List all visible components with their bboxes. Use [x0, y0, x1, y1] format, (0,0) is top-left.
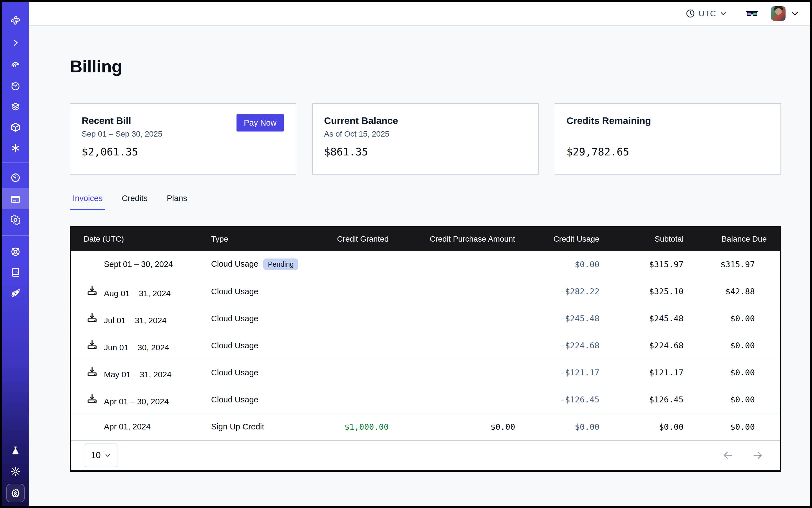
billing-icon[interactable] [10, 194, 21, 205]
invoice-date: Apr 01 – 30, 2024 [104, 397, 169, 406]
sidebar-divider [2, 163, 29, 163]
credit-granted-cell [332, 359, 402, 386]
sidebar [2, 2, 29, 506]
date-cell: Apr 01 – 30, 2024 [71, 386, 211, 413]
theater-glasses-button[interactable] [745, 9, 759, 18]
type-cell: Cloud Usage [211, 386, 332, 413]
billing-tabs: Invoices Credits Plans [70, 194, 781, 210]
launch-rocket-icon[interactable] [10, 287, 21, 298]
subtotal-cell: $315.97 [613, 251, 697, 278]
app-logo[interactable] [10, 15, 21, 26]
layers-icon[interactable] [10, 101, 21, 112]
invoice-date: Aug 01 – 31, 2024 [104, 289, 171, 298]
credit-purchase-cell [402, 251, 529, 278]
invoice-type: Cloud Usage [211, 287, 258, 296]
invoice-date: May 01 – 31, 2024 [104, 370, 171, 379]
credit-usage-cell: -$126.45 [529, 386, 613, 413]
prev-page-button[interactable] [722, 449, 734, 462]
download-invoice-icon[interactable] [86, 366, 98, 377]
credit-granted-cell [332, 386, 402, 413]
pay-now-button[interactable]: Pay Now [237, 114, 284, 131]
balance-due-cell: $315.97 [697, 251, 780, 278]
theme-sun-icon[interactable] [10, 466, 21, 477]
download-invoice-icon[interactable] [86, 393, 98, 405]
type-cell: Cloud Usage [211, 278, 332, 305]
chevron-down-icon [104, 452, 111, 459]
tab-invoices[interactable]: Invoices [70, 194, 105, 210]
type-cell: Sign Up Credit [211, 413, 332, 440]
invoice-row: Jun 01 – 30, 2024Cloud Usage-$224.68$224… [71, 332, 780, 359]
invoice-row: Apr 01 – 30, 2024Cloud Usage-$126.45$126… [71, 386, 780, 413]
credit-purchase-cell [402, 386, 529, 413]
invoice-type: Cloud Usage [211, 368, 258, 377]
credits-dollar-button[interactable] [6, 484, 25, 502]
next-page-button[interactable] [752, 449, 764, 462]
credit-granted-cell [332, 278, 402, 305]
credit-usage-cell: -$245.48 [529, 305, 613, 332]
sidebar-expand-chevron-icon[interactable] [10, 37, 21, 48]
app-window: UTC Billing [0, 0, 812, 508]
date-cell: Aug 01 – 31, 2024 [71, 278, 211, 305]
avatar[interactable] [771, 6, 785, 21]
page-size-value: 10 [91, 450, 100, 460]
subtotal-cell: $121.17 [613, 359, 697, 386]
invoice-date: Jul 01 – 31, 2024 [104, 316, 167, 325]
page-size-select[interactable]: 10 [85, 443, 117, 467]
usage-gauge-icon[interactable] [10, 172, 21, 183]
col-credit-usage: Credit Usage [529, 227, 613, 251]
invoice-type: Cloud Usage [211, 259, 258, 268]
tab-plans[interactable]: Plans [164, 194, 190, 210]
balance-due-cell: $0.00 [697, 359, 780, 386]
balance-due-cell: $42.88 [697, 278, 780, 305]
recent-bill-amount: $2,061.35 [82, 146, 284, 158]
pending-badge: Pending [263, 258, 298, 270]
docs-book-icon[interactable] [10, 266, 21, 278]
observability-icon[interactable] [10, 60, 21, 71]
col-date: Date (UTC) [71, 227, 211, 251]
col-type: Type [211, 227, 332, 251]
timezone-selector[interactable]: UTC [686, 9, 727, 18]
download-invoice-icon[interactable] [86, 312, 98, 323]
date-cell: Jun 01 – 30, 2024 [71, 332, 211, 359]
support-lifebuoy-icon[interactable] [10, 246, 21, 257]
functions-asterisk-icon[interactable] [10, 142, 21, 154]
clock-icon [686, 9, 695, 18]
invoice-date: Apr 01, 2024 [104, 422, 151, 431]
billing-summary-cards: Recent Bill Sep 01 – Sep 30, 2025 $2,061… [70, 103, 781, 175]
type-cell: Cloud UsagePending [211, 251, 332, 278]
download-invoice-icon[interactable] [86, 285, 98, 296]
type-cell: Cloud Usage [211, 332, 332, 359]
history-icon[interactable] [10, 81, 21, 92]
timezone-label: UTC [698, 9, 716, 18]
subtotal-cell: $126.45 [613, 386, 697, 413]
subtotal-cell: $224.68 [613, 332, 697, 359]
col-balance-due: Balance Due [697, 227, 780, 251]
balance-due-cell: $0.00 [697, 386, 780, 413]
col-credit-granted: Credit Granted [332, 227, 402, 251]
card-title: Current Balance [324, 115, 527, 126]
container-cube-icon[interactable] [10, 122, 21, 133]
type-cell: Cloud Usage [211, 305, 332, 332]
settings-gear-icon[interactable] [10, 214, 21, 225]
credit-purchase-cell [402, 278, 529, 305]
invoice-table-header: Date (UTC) Type Credit Granted Credit Pu… [71, 227, 780, 251]
date-cell: Sept 01 – 30, 2024 [71, 251, 211, 278]
credit-granted-cell [332, 251, 402, 278]
page-title: Billing [70, 56, 781, 76]
invoice-table-body: Sept 01 – 30, 2024Cloud UsagePending$0.0… [71, 251, 780, 440]
credit-usage-cell: -$224.68 [529, 332, 613, 359]
download-slot [86, 339, 104, 350]
recent-bill-card: Recent Bill Sep 01 – Sep 30, 2025 $2,061… [70, 103, 296, 175]
labs-flask-icon[interactable] [10, 445, 21, 456]
download-slot [86, 312, 104, 323]
download-slot [86, 285, 104, 296]
card-subtitle [566, 130, 769, 139]
download-invoice-icon[interactable] [86, 339, 98, 350]
invoice-row: Jul 01 – 31, 2024Cloud Usage-$245.48$245… [71, 305, 780, 332]
credit-granted-cell [332, 305, 402, 332]
invoice-row: May 01 – 31, 2024Cloud Usage-$121.17$121… [71, 359, 780, 386]
invoice-type: Cloud Usage [211, 395, 258, 404]
sidebar-divider [2, 236, 29, 236]
tab-credits[interactable]: Credits [119, 194, 151, 210]
account-menu-chevron-icon[interactable] [790, 9, 799, 18]
